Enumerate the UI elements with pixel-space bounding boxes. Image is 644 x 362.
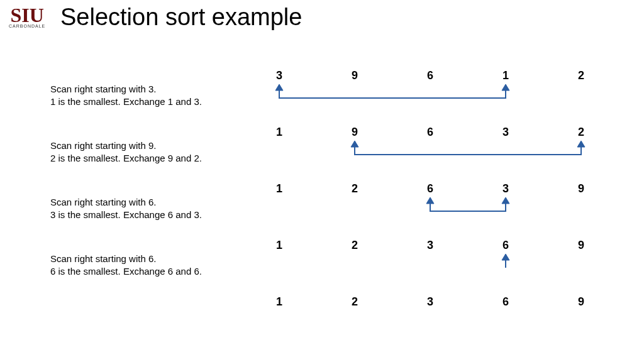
- num-cell: 6: [424, 69, 436, 82]
- svg-marker-4: [426, 197, 434, 204]
- num-cell: 2: [348, 182, 361, 195]
- num-cell: 3: [424, 239, 436, 252]
- num-cell: 1: [499, 69, 512, 82]
- num-cell: 6: [424, 182, 436, 195]
- svg-marker-3: [577, 141, 585, 147]
- diagram: Scan right starting with 3. 1 is the sma…: [50, 69, 604, 314]
- num-cell: 6: [499, 239, 512, 252]
- num-cell: 3: [499, 126, 512, 139]
- svg-marker-5: [502, 197, 509, 204]
- step-1-desc-l1: Scan right starting with 3.: [50, 84, 156, 94]
- num-cell: 3: [499, 182, 512, 195]
- step-3: Scan right starting with 6. 3 is the sma…: [50, 182, 604, 239]
- step-1-desc: Scan right starting with 3. 1 is the sma…: [50, 83, 245, 109]
- num-cell: 1: [273, 239, 286, 252]
- logo-text: SIU: [9, 5, 45, 25]
- swap-arrow-icon: [273, 138, 600, 163]
- num-cell: 9: [575, 295, 587, 309]
- step-1: Scan right starting with 3. 1 is the sma…: [50, 69, 604, 126]
- step-4-desc-l1: Scan right starting with 6.: [50, 253, 156, 264]
- step-4-nums: 1 2 3 6 9: [273, 239, 600, 295]
- num-cell: 2: [575, 126, 587, 139]
- step-4: Scan right starting with 6. 6 is the sma…: [50, 239, 604, 295]
- num-cell: 2: [575, 69, 587, 82]
- num-cell: 3: [424, 295, 436, 309]
- num-cell: 9: [575, 182, 587, 195]
- step-2-desc-l1: Scan right starting with 9.: [50, 140, 156, 151]
- logo-subtext: CARBONDALE: [9, 24, 45, 28]
- final-nums: 1 2 3 6 9: [273, 295, 600, 352]
- step-3-desc: Scan right starting with 6. 3 is the sma…: [50, 196, 245, 222]
- step-3-desc-l2: 3 is the smallest. Exchange 6 and 3.: [50, 209, 202, 220]
- step-2: Scan right starting with 9. 2 is the sma…: [50, 126, 604, 182]
- num-cell: 1: [273, 126, 286, 139]
- svg-marker-2: [351, 141, 358, 147]
- page-title: Selection sort example: [60, 4, 302, 31]
- logo: SIU CARBONDALE: [9, 5, 45, 28]
- step-1-nums: 3 9 6 1 2: [273, 69, 600, 126]
- num-cell: 6: [424, 126, 436, 139]
- num-cell: 1: [273, 182, 286, 195]
- num-cell: 6: [499, 295, 512, 309]
- num-cell: 1: [273, 295, 286, 309]
- svg-marker-0: [275, 84, 283, 90]
- num-cell: 2: [348, 239, 361, 252]
- step-1-desc-l2: 1 is the smallest. Exchange 1 and 3.: [50, 96, 202, 107]
- final-row: 1 2 3 6 9: [50, 295, 604, 314]
- step-4-desc: Scan right starting with 6. 6 is the sma…: [50, 253, 245, 278]
- num-cell: 9: [575, 239, 587, 252]
- num-cell: 3: [273, 69, 286, 82]
- num-cell: 9: [348, 126, 361, 139]
- num-cell: 2: [348, 295, 361, 309]
- num-cell: 9: [348, 69, 361, 82]
- step-4-desc-l2: 6 is the smallest. Exchange 6 and 6.: [50, 266, 202, 277]
- svg-marker-1: [502, 84, 509, 90]
- step-2-nums: 1 9 6 3 2: [273, 126, 600, 182]
- step-2-desc-l2: 2 is the smallest. Exchange 9 and 2.: [50, 153, 202, 163]
- step-3-desc-l1: Scan right starting with 6.: [50, 197, 156, 207]
- swap-arrow-icon: [273, 82, 600, 107]
- svg-marker-6: [502, 254, 509, 260]
- swap-arrow-icon: [273, 251, 600, 277]
- swap-arrow-icon: [273, 195, 600, 220]
- step-2-desc: Scan right starting with 9. 2 is the sma…: [50, 140, 245, 165]
- step-3-nums: 1 2 6 3 9: [273, 182, 600, 239]
